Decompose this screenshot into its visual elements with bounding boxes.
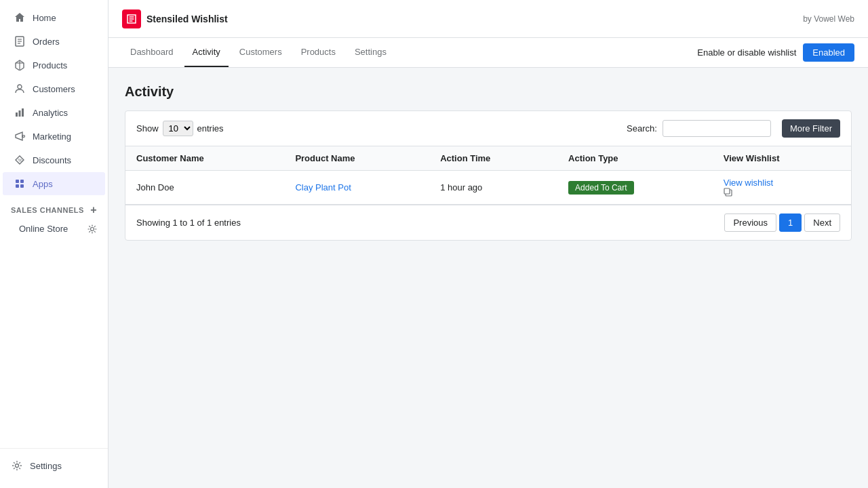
svg-rect-19 — [724, 188, 730, 194]
activity-table: Customer Name Product Name Action Time A… — [125, 146, 851, 205]
more-filter-button[interactable]: More Filter — [782, 119, 840, 138]
product-link[interactable]: Clay Plant Pot — [295, 182, 351, 192]
subnav-right: Enable or disable wishlist Enabled — [697, 43, 854, 62]
svg-rect-7 — [16, 113, 18, 117]
page-title: Activity — [125, 84, 852, 100]
tab-activity-label: Activity — [193, 47, 220, 57]
sidebar-bottom: Settings — [0, 448, 108, 488]
entries-label: entries — [197, 123, 224, 134]
sidebar-item-apps-label: Apps — [33, 179, 53, 189]
entries-select[interactable]: 10 25 50 — [163, 121, 193, 136]
cell-customer-name: John Doe — [125, 171, 284, 205]
analytics-icon — [14, 106, 26, 119]
tab-customers-label: Customers — [239, 47, 282, 57]
sidebar-item-marketing-label: Marketing — [33, 131, 71, 142]
sales-channels-label: SALES CHANNELS — [11, 206, 84, 214]
sidebar-item-products[interactable]: Products — [3, 54, 105, 77]
sidebar-item-customers[interactable]: Customers — [3, 77, 105, 100]
tab-dashboard-label: Dashboard — [130, 47, 174, 57]
next-button[interactable]: Next — [804, 214, 840, 232]
orders-icon — [14, 35, 26, 47]
sidebar-item-marketing[interactable]: Marketing — [3, 125, 105, 148]
svg-point-17 — [16, 464, 19, 468]
enabled-button[interactable]: Enabled — [803, 43, 854, 62]
sales-channels-section: SALES CHANNELS + — [0, 196, 108, 219]
search-label: Search: — [627, 123, 657, 134]
sidebar-item-orders[interactable]: Orders — [3, 30, 105, 53]
enable-disable-label: Enable or disable wishlist — [697, 47, 796, 58]
tab-dashboard[interactable]: Dashboard — [122, 38, 182, 67]
sidebar-item-products-label: Products — [33, 60, 67, 70]
previous-button[interactable]: Previous — [724, 214, 776, 232]
app-title: Stensiled Wishlist — [146, 14, 228, 24]
tab-settings[interactable]: Settings — [347, 38, 395, 67]
sidebar-item-home[interactable]: Home — [3, 6, 105, 29]
subnav: Dashboard Activity Customers Products Se… — [108, 38, 868, 68]
col-product-name: Product Name — [284, 146, 429, 171]
search-bar: Search: — [627, 120, 771, 137]
discounts-icon: % — [14, 154, 26, 166]
online-store-gear-icon — [87, 224, 97, 234]
svg-point-16 — [91, 227, 94, 230]
tab-settings-label: Settings — [355, 47, 387, 57]
subnav-tabs: Dashboard Activity Customers Products Se… — [122, 38, 395, 67]
tab-products-label: Products — [301, 47, 336, 57]
sidebar-item-online-store[interactable]: Online Store — [0, 219, 108, 239]
svg-rect-9 — [22, 108, 24, 117]
svg-rect-14 — [16, 184, 19, 188]
add-sales-channel-icon[interactable]: + — [90, 204, 97, 216]
sidebar-nav: Home Orders Products Customers Analytics — [0, 0, 108, 448]
sidebar-item-settings[interactable]: Settings — [0, 454, 108, 477]
col-action-time: Action Time — [429, 146, 557, 171]
svg-point-6 — [18, 85, 22, 89]
show-entries-control: Show 10 25 50 entries — [136, 121, 224, 136]
cell-action-time: 1 hour ago — [429, 171, 557, 205]
app-logo — [122, 9, 141, 28]
content-area: Activity Show 10 25 50 entries Search: — [108, 68, 868, 488]
settings-icon — [11, 460, 23, 472]
sidebar-item-discounts[interactable]: % Discounts — [3, 148, 105, 171]
tab-products[interactable]: Products — [293, 38, 344, 67]
show-label: Show — [136, 123, 159, 134]
svg-rect-8 — [19, 110, 21, 117]
products-icon — [14, 59, 26, 71]
sidebar-item-home-label: Home — [33, 13, 56, 23]
sidebar-item-analytics-label: Analytics — [33, 108, 68, 118]
showing-text: Showing 1 to 1 of 1 entries — [136, 218, 241, 228]
activity-card: Show 10 25 50 entries Search: More Filte… — [125, 110, 852, 241]
view-wishlist-link[interactable]: View wishlist — [724, 178, 773, 188]
sidebar-item-customers-label: Customers — [33, 84, 75, 94]
svg-rect-12 — [16, 180, 19, 183]
svg-rect-15 — [20, 184, 24, 188]
table-row: John Doe Clay Plant Pot 1 hour ago Added… — [125, 171, 851, 205]
sidebar-settings-label: Settings — [30, 461, 62, 471]
col-action-type: Action Type — [557, 146, 713, 171]
cell-action-type: Added To Cart — [557, 171, 713, 205]
pagination-buttons: Previous 1 Next — [724, 214, 840, 232]
sidebar: Home Orders Products Customers Analytics — [0, 0, 108, 488]
online-store-label: Online Store — [19, 224, 68, 234]
sidebar-item-orders-label: Orders — [33, 37, 60, 47]
cell-product-name: Clay Plant Pot — [284, 171, 429, 205]
sidebar-item-discounts-label: Discounts — [33, 155, 71, 165]
tab-activity[interactable]: Activity — [184, 38, 229, 67]
sidebar-item-apps[interactable]: Apps — [3, 172, 105, 195]
main-content: Stensiled Wishlist by Vowel Web Dashboar… — [108, 0, 868, 488]
topbar-by-label: by Vowel Web — [803, 14, 854, 24]
pagination-row: Showing 1 to 1 of 1 entries Previous 1 N… — [125, 205, 851, 240]
copy-icon[interactable] — [724, 188, 840, 197]
marketing-icon — [14, 130, 26, 142]
home-icon — [14, 12, 26, 24]
page-1-button[interactable]: 1 — [779, 214, 802, 232]
sidebar-item-analytics[interactable]: Analytics — [3, 101, 105, 124]
customers-icon — [14, 83, 26, 95]
search-input[interactable] — [663, 120, 771, 137]
topbar-left: Stensiled Wishlist — [122, 9, 228, 28]
card-toolbar: Show 10 25 50 entries Search: More Filte… — [125, 111, 851, 146]
tab-customers[interactable]: Customers — [231, 38, 290, 67]
svg-text:%: % — [18, 158, 22, 163]
cell-view-wishlist: View wishlist — [713, 171, 851, 205]
apps-icon — [14, 178, 26, 190]
col-view-wishlist: View Wishlist — [713, 146, 851, 171]
col-customer-name: Customer Name — [125, 146, 284, 171]
